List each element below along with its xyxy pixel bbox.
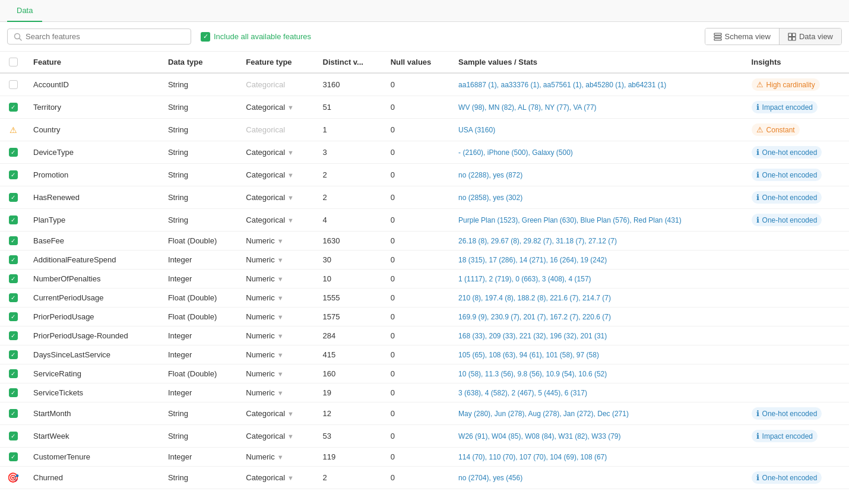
feature-type-label: Numeric [246,274,274,283]
insights-cell [745,232,849,251]
feature-type: Categorical▼ [239,96,315,119]
svg-rect-3 [714,36,721,37]
insight-icon: ℹ [756,432,759,440]
tab-data[interactable]: Data [7,0,42,22]
table-row: PriorPeriodUsage-Rounded Integer Numeric… [0,327,849,345]
row-checkbox[interactable] [9,193,18,202]
sample-cell: no (2858), yes (302) [451,186,745,209]
row-checkbox[interactable] [9,293,18,302]
insights-cell [745,308,849,327]
dropdown-icon[interactable]: ▼ [277,313,284,321]
table-row: CustomerTenure Integer Numeric▼ 119 0 11… [0,448,849,467]
dropdown-icon[interactable]: ▼ [277,370,284,378]
feature-name: AccountID [26,73,161,96]
row-checkbox[interactable] [9,312,18,321]
null-values: 0 [384,289,451,308]
row-checkbox[interactable] [9,331,18,340]
insight-badge: ⚠Constant [752,123,800,136]
search-input[interactable] [26,32,185,41]
insight-icon: ℹ [756,409,759,418]
dropdown-icon[interactable]: ▼ [287,474,294,481]
data-type: Float (Double) [161,308,239,327]
dropdown-icon[interactable]: ▼ [277,351,284,359]
insights-cell: ⚠High cardinality [745,73,849,96]
insights-cell [745,270,849,289]
row-checkbox[interactable] [9,388,18,397]
sample-values: 1 (1117), 2 (719), 0 (663), 3 (408), 4 (… [458,275,591,283]
sample-values: 210 (8), 197.4 (8), 188.2 (8), 221.6 (7)… [458,294,611,302]
dropdown-icon[interactable]: ▼ [277,256,284,264]
dropdown-icon[interactable]: ▼ [287,194,294,201]
null-values: 0 [384,164,451,186]
dropdown-icon[interactable]: ▼ [287,217,294,224]
row-checkbox[interactable] [9,409,18,418]
data-view-label: Data view [799,32,833,41]
null-values: 0 [384,119,451,141]
svg-rect-6 [792,33,796,37]
insights-cell [745,251,849,270]
sample-values: May (280), Jun (278), Aug (278), Jan (27… [458,410,629,418]
insight-badge: ℹImpact encoded [752,101,818,113]
feature-name: Churned [26,467,161,489]
dropdown-icon[interactable]: ▼ [287,172,294,179]
dropdown-icon[interactable]: ▼ [287,433,294,440]
dropdown-icon[interactable]: ▼ [287,104,294,111]
row-checkbox[interactable] [9,452,18,461]
distinct-values: 1575 [316,308,384,327]
insights-cell: ℹOne-hot encoded [745,209,849,232]
distinct-values: 1555 [316,289,384,308]
row-checkbox[interactable] [9,170,18,179]
include-all-label: Include all available features [214,32,311,41]
feature-type-label: Categorical [246,125,285,134]
check-cell [0,425,26,448]
distinct-values: 284 [316,327,384,345]
dropdown-icon[interactable]: ▼ [277,389,284,397]
dropdown-icon[interactable]: ▼ [287,410,294,417]
row-checkbox[interactable] [9,148,18,157]
check-cell: ⚠ [0,119,26,141]
null-values: 0 [384,345,451,364]
insight-badge: ℹOne-hot encoded [752,191,822,204]
row-checkbox[interactable] [9,80,18,89]
insight-icon: ℹ [756,103,759,112]
feature-type-label: Numeric [246,236,274,245]
data-view-button[interactable]: Data view [779,28,841,45]
feature-type-label: Categorical [246,432,285,440]
table-row: StartMonth String Categorical▼ 12 0 May … [0,402,849,425]
sample-cell: 169.9 (9), 230.9 (7), 201 (7), 167.2 (7)… [451,308,745,327]
check-cell [0,448,26,467]
row-checkbox-warning[interactable]: ⚠ [9,125,18,134]
dropdown-icon[interactable]: ▼ [277,275,284,283]
row-checkbox[interactable] [9,215,18,224]
row-checkbox[interactable] [9,103,18,112]
dropdown-icon[interactable]: ▼ [287,149,294,156]
row-checkbox[interactable] [9,274,18,283]
feature-type-label: Categorical [246,409,285,418]
null-values: 0 [384,327,451,345]
dropdown-icon[interactable]: ▼ [277,237,284,245]
null-values: 0 [384,73,451,96]
sample-cell: USA (3160) [451,119,745,141]
sample-values: no (2858), yes (302) [458,194,522,202]
row-checkbox[interactable] [9,369,18,378]
sample-values: W26 (91), W04 (85), W08 (84), W31 (82), … [458,432,620,440]
dropdown-icon[interactable]: ▼ [277,294,284,302]
row-checkbox[interactable] [9,255,18,264]
null-values: 0 [384,251,451,270]
row-checkbox[interactable] [9,432,18,440]
row-checkbox[interactable] [9,350,18,359]
check-cell [0,327,26,345]
header-checkbox[interactable] [9,58,18,66]
dropdown-icon[interactable]: ▼ [277,332,284,340]
feature-type-label: Numeric [246,350,274,359]
include-all-features[interactable]: Include all available features [201,32,311,42]
col-header-null: Null values [384,52,451,73]
row-checkbox[interactable] [9,236,18,245]
distinct-values: 30 [316,251,384,270]
feature-name: Promotion [26,164,161,186]
distinct-values: 2 [316,467,384,489]
schema-view-button[interactable]: Schema view [705,28,779,45]
feature-type: Numeric▼ [239,289,315,308]
feature-type-label: Categorical [246,103,285,112]
dropdown-icon[interactable]: ▼ [277,454,284,461]
